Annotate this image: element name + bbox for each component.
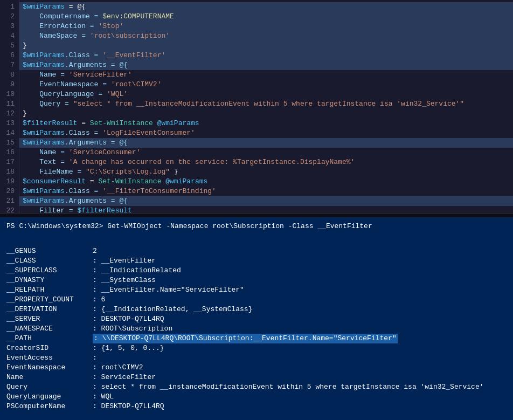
terminal-row: CreatorSID: {1, 5, 0, 0...} <box>6 343 507 353</box>
terminal-field-value: : DESKTOP-Q7LL4RQ <box>93 314 164 324</box>
terminal-field-label: EventNamespace <box>6 363 93 373</box>
line-number: 22 <box>4 206 15 213</box>
terminal-field-label: CreatorSID <box>6 343 93 353</box>
terminal-row: __NAMESPACE: ROOT\Subscription <box>6 324 507 334</box>
terminal-field-label: __PROPERTY_COUNT <box>6 295 93 305</box>
terminal-field-label: __PATH <box>6 334 93 343</box>
code-line: EventNamespace = 'root\CIMV2' <box>19 80 513 89</box>
terminal-field-value: : ROOT\Subscription <box>93 324 172 334</box>
terminal-field-label: __GENUS <box>6 246 93 256</box>
code-line: } <box>19 109 513 119</box>
line-number: 11 <box>4 99 15 109</box>
line-number: 10 <box>4 89 15 99</box>
line-number: 5 <box>4 41 15 51</box>
code-line: $wmiParams.Class = '__FilterToConsumerBi… <box>19 187 513 196</box>
terminal-row: EventNamespace: root\CIMV2 <box>6 363 507 373</box>
terminal-row: __RELPATH: __EventFilter.Name="ServiceFi… <box>6 285 507 295</box>
terminal-row: __DERIVATION: {__IndicationRelated, __Sy… <box>6 305 507 314</box>
terminal-field-value: : root\CIMV2 <box>93 363 143 373</box>
terminal-row: Query: select * from __instanceModificat… <box>6 382 507 392</box>
code-line: Filter = $filterResult <box>19 206 513 213</box>
code-line: $consumerResult = Set-WmiInstance @wmiPa… <box>19 177 513 187</box>
line-numbers: 1234567891011121314151617181920212223242… <box>0 0 19 213</box>
terminal-row: __PROPERTY_COUNT: 6 <box>6 295 507 305</box>
terminal-panel: PS C:\Windows\system32> Get-WMIObject -N… <box>0 217 513 420</box>
code-line: Query = "select * from __InstanceModific… <box>19 99 513 109</box>
code-line: NameSpace = 'root\subscription' <box>19 31 513 41</box>
terminal-field-value: 2 <box>93 246 97 256</box>
line-number: 13 <box>4 119 15 128</box>
line-number: 4 <box>4 31 15 41</box>
section-divider <box>0 213 513 217</box>
line-number: 15 <box>4 138 15 148</box>
terminal-field-label: PSComputerName <box>6 402 93 411</box>
terminal-field-value: : ServiceFilter <box>93 373 156 382</box>
line-number: 19 <box>4 177 15 187</box>
code-line: ErrorAction = 'Stop' <box>19 22 513 31</box>
terminal-row: PSComputerName: DESKTOP-Q7LL4RQ <box>6 402 507 411</box>
terminal-field-label: Name <box>6 373 93 382</box>
terminal-row: __SUPERCLASS: __IndicationRelated <box>6 266 507 276</box>
terminal-field-value: : 6 <box>93 295 105 305</box>
terminal-field-value: : WQL <box>93 392 114 402</box>
line-number: 20 <box>4 187 15 196</box>
terminal-row: EventAccess: <box>6 353 507 363</box>
code-line: $wmiParams.Arguments = @{ <box>19 196 513 206</box>
code-line: FileName = "C:\Scripts\Log.log" } <box>19 167 513 177</box>
terminal-field-value: : DESKTOP-Q7LL4RQ <box>93 402 164 411</box>
code-line: $wmiParams.Class = 'LogFileEventConsumer… <box>19 128 513 138</box>
terminal-field-value: : __SystemClass <box>93 276 156 285</box>
terminal-field-label: __RELPATH <box>6 285 93 295</box>
terminal-field-value: : {__IndicationRelated, __SystemClass} <box>93 305 252 314</box>
terminal-row: __CLASS: __EventFilter <box>6 256 507 266</box>
terminal-prompt: PS C:\Windows\system32> Get-WMIObject -N… <box>6 222 507 231</box>
line-number: 6 <box>4 51 15 60</box>
line-number: 16 <box>4 148 15 157</box>
line-number: 1 <box>4 2 15 12</box>
terminal-field-label: __DYNASTY <box>6 276 93 285</box>
terminal-field-value: : __EventFilter.Name="ServiceFilter" <box>93 285 244 295</box>
code-lines: $wmiParams = @{ Computername = $env:COMP… <box>19 0 513 213</box>
line-number: 7 <box>4 60 15 70</box>
terminal-field-label: __SERVER <box>6 314 93 324</box>
terminal-field-label: __CLASS <box>6 256 93 266</box>
code-line: $wmiParams = @{ <box>19 2 513 12</box>
code-line: $wmiParams.Arguments = @{ <box>19 60 513 70</box>
terminal-row: __SERVER: DESKTOP-Q7LL4RQ <box>6 314 507 324</box>
line-number: 14 <box>4 128 15 138</box>
terminal-field-label: __SUPERCLASS <box>6 266 93 276</box>
line-number: 2 <box>4 12 15 22</box>
terminal-row: __DYNASTY: __SystemClass <box>6 276 507 285</box>
terminal-field-label: EventAccess <box>6 353 93 363</box>
line-number: 18 <box>4 167 15 177</box>
terminal-row: QueryLanguage: WQL <box>6 392 507 402</box>
code-line: Name = 'ServiceFilter' <box>19 70 513 80</box>
line-number: 9 <box>4 80 15 89</box>
code-line: Computername = $env:COMPUTERNAME <box>19 12 513 22</box>
line-number: 21 <box>4 196 15 206</box>
terminal-field-value: : {1, 5, 0, 0...} <box>93 343 164 353</box>
terminal-field-value: : \\DESKTOP-Q7LL4RQ\ROOT\Subscription:__… <box>93 334 398 343</box>
code-line: $wmiParams.Arguments = @{ <box>19 138 513 148</box>
terminal-field-label: __NAMESPACE <box>6 324 93 334</box>
line-number: 8 <box>4 70 15 80</box>
line-number: 17 <box>4 157 15 167</box>
terminal-field-label: __DERIVATION <box>6 305 93 314</box>
code-line: QueryLanguage = 'WQL' <box>19 89 513 99</box>
code-line: Name = 'ServiceConsumer' <box>19 148 513 157</box>
terminal-row: __GENUS2 <box>6 246 507 256</box>
terminal-field-label: QueryLanguage <box>6 392 93 402</box>
line-number: 3 <box>4 22 15 31</box>
terminal-output: __GENUS2__CLASS: __EventFilter__SUPERCLA… <box>6 246 507 411</box>
terminal-field-value: : <box>93 353 97 363</box>
terminal-field-value: : select * from __instanceModificationEv… <box>93 382 484 392</box>
code-line: } <box>19 41 513 51</box>
terminal-field-value: : __IndicationRelated <box>93 266 181 276</box>
code-editor: 1234567891011121314151617181920212223242… <box>0 0 513 213</box>
terminal-row: __PATH: \\DESKTOP-Q7LL4RQ\ROOT\Subscript… <box>6 334 507 343</box>
terminal-field-value: : __EventFilter <box>93 256 156 266</box>
line-number: 12 <box>4 109 15 119</box>
terminal-field-label: Query <box>6 382 93 392</box>
code-line: $filterResult = Set-WmiInstance @wmiPara… <box>19 119 513 128</box>
terminal-row: Name: ServiceFilter <box>6 373 507 382</box>
